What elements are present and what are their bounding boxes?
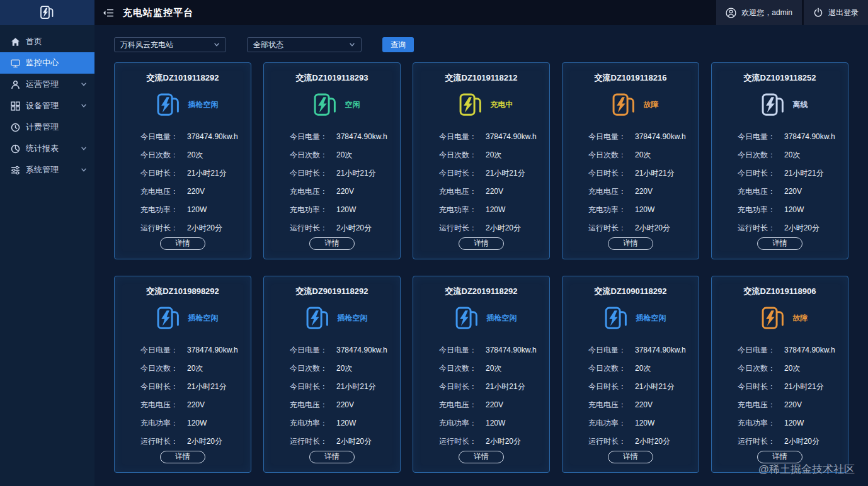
monitor-icon (11, 59, 20, 68)
stat-label: 充电功率： (738, 418, 784, 429)
station-title: 交流DZ1019118216 (562, 72, 699, 84)
logo-charging-pile-icon (39, 4, 55, 21)
sidebar-item-home[interactable]: 首页 (0, 31, 94, 52)
sidebar-item-label: 设备管理 (26, 100, 59, 111)
chevron-down-icon (81, 81, 87, 88)
stat-row: 充电电压：220V (413, 396, 549, 414)
stat-value: 2小时20分 (784, 436, 819, 447)
logout-button[interactable]: 退出登录 (804, 0, 868, 25)
stat-row: 今日时长：21小时21分 (562, 164, 699, 183)
stat-label: 充电功率： (588, 418, 635, 429)
stat-value: 21小时21分 (336, 168, 376, 179)
sidebar-item-operations[interactable]: 运营管理 (0, 74, 94, 95)
status-label: 故障 (793, 313, 808, 324)
stat-label: 运行时长： (439, 436, 486, 447)
detail-button[interactable]: 详情 (160, 237, 205, 250)
stat-label: 运行时长： (140, 223, 187, 234)
stat-value: 378474.90kw.h (336, 346, 387, 354)
stat-label: 充电功率： (439, 418, 486, 429)
sidebar-item-system[interactable]: 系统管理 (0, 159, 94, 181)
stat-label: 充电电压： (290, 186, 336, 197)
stat-row: 充电功率：120W (115, 201, 251, 219)
stat-row: 今日电量：378474.90kw.h (115, 128, 251, 146)
stat-value: 120W (784, 419, 804, 427)
stat-row: 今日电量：378474.90kw.h (264, 128, 400, 146)
stat-value: 2小时20分 (784, 223, 819, 234)
stat-row: 今日次数：20次 (413, 359, 549, 378)
power-icon (813, 8, 823, 18)
stat-value: 20次 (784, 150, 800, 161)
stat-row: 充电功率：120W (413, 201, 549, 219)
detail-button[interactable]: 详情 (608, 451, 653, 463)
stat-label: 今日时长： (588, 168, 635, 179)
sidebar-item-billing[interactable]: 计费管理 (0, 116, 94, 138)
charging-pile-icon (760, 305, 787, 332)
stat-value: 20次 (187, 363, 203, 374)
stat-label: 今日时长： (140, 168, 187, 179)
pie-chart-icon (11, 144, 20, 154)
sidebar: 首页 监控中心 运营管理 设备管理 计费管理 统计报表 系统管理 (0, 0, 94, 486)
detail-button[interactable]: 详情 (608, 237, 653, 250)
stat-value: 2小时20分 (635, 223, 670, 234)
stat-value: 120W (486, 205, 505, 214)
station-title: 交流DZ1019898292 (115, 286, 251, 297)
status-select-value: 全部状态 (253, 40, 283, 50)
station-select[interactable]: 万科风云充电站 (114, 37, 226, 52)
stat-row: 今日时长：21小时21分 (115, 378, 251, 396)
detail-button[interactable]: 详情 (459, 451, 504, 463)
stat-value: 21小时21分 (187, 168, 227, 179)
sidebar-item-monitor-center[interactable]: 监控中心 (0, 52, 94, 74)
sidebar-item-devices[interactable]: 设备管理 (0, 95, 94, 116)
detail-button[interactable]: 详情 (757, 237, 802, 250)
sidebar-item-reports[interactable]: 统计报表 (0, 138, 94, 159)
stat-value: 220V (784, 187, 802, 196)
stat-label: 今日次数： (588, 363, 635, 374)
stat-value: 378474.90kw.h (336, 132, 387, 141)
detail-button[interactable]: 详情 (757, 451, 802, 463)
stat-label: 充电功率： (439, 205, 486, 215)
stat-label: 充电电压： (588, 400, 635, 410)
welcome-user: 欢迎您，admin (716, 0, 802, 25)
detail-button[interactable]: 详情 (309, 451, 355, 463)
detail-button[interactable]: 详情 (459, 237, 504, 250)
stat-value: 120W (336, 419, 356, 427)
stat-label: 今日时长： (439, 168, 486, 179)
chevron-down-icon (214, 42, 220, 48)
stat-row: 充电电压：220V (413, 183, 549, 201)
stat-value: 378474.90kw.h (784, 346, 835, 354)
stat-value: 120W (336, 205, 356, 214)
stat-value: 120W (486, 419, 505, 427)
stat-value: 2小时20分 (486, 436, 521, 447)
sidebar-fold-icon[interactable] (103, 8, 114, 18)
query-button[interactable]: 查询 (382, 37, 414, 52)
stat-row: 充电电压：220V (562, 396, 699, 414)
stat-row: 充电电压：220V (562, 183, 699, 201)
stat-value: 120W (784, 205, 804, 214)
stat-row: 今日次数：20次 (115, 146, 251, 164)
stat-row: 运行时长：2小时20分 (264, 432, 400, 451)
stat-label: 今日次数： (140, 150, 187, 161)
detail-button[interactable]: 详情 (160, 451, 205, 463)
stat-label: 今日时长： (290, 168, 336, 179)
stat-row: 今日电量：378474.90kw.h (562, 128, 699, 146)
stat-row: 运行时长：2小时20分 (562, 432, 699, 451)
stat-label: 充电电压： (140, 186, 187, 197)
stat-row: 运行时长：2小时20分 (264, 219, 400, 237)
stat-value: 120W (187, 205, 207, 214)
stat-row: 今日次数：20次 (413, 146, 549, 164)
stat-row: 今日电量：378474.90kw.h (264, 341, 400, 359)
station-title: 交流DZ1019118293 (264, 72, 400, 84)
stat-label: 运行时长： (290, 436, 336, 447)
detail-button[interactable]: 详情 (309, 237, 355, 250)
stat-row: 今日电量：378474.90kw.h (413, 128, 549, 146)
stat-label: 今日时长： (588, 381, 635, 392)
charging-pile-icon (760, 91, 787, 119)
stat-value: 20次 (336, 150, 352, 161)
station-title: 交流DZ9019118292 (264, 286, 400, 297)
stat-label: 今日电量： (140, 132, 187, 142)
station-card: 交流DZ1019898292 插枪空闲 今日电量：378474.90kw.h 今… (114, 276, 251, 473)
status-select[interactable]: 全部状态 (247, 37, 362, 52)
stat-row: 今日电量：378474.90kw.h (562, 341, 699, 359)
sidebar-menu: 首页 监控中心 运营管理 设备管理 计费管理 统计报表 系统管理 (0, 25, 94, 181)
charging-pile-icon (610, 91, 638, 119)
